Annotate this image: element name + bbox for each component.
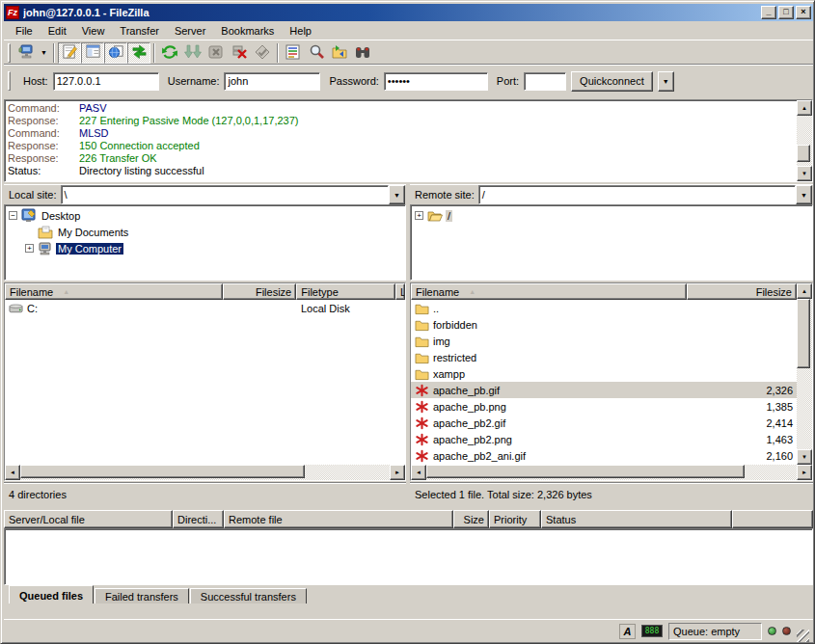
quickconnect-grip[interactable]	[8, 71, 11, 91]
file-row[interactable]: apache_pb.png 1,385	[411, 398, 797, 415]
quickconnect-dropdown-button[interactable]: ▼	[658, 71, 674, 92]
cancel-operation-button[interactable]	[204, 42, 228, 64]
remote-site-value[interactable]: /	[478, 185, 796, 204]
title-bar[interactable]: Fz john@127.0.0.1 - FileZilla _ □ ×	[4, 4, 813, 21]
file-row[interactable]: restricted	[411, 349, 797, 365]
menu-view[interactable]: View	[74, 23, 113, 39]
menu-help[interactable]: Help	[282, 23, 319, 39]
column-filetype[interactable]: Filetype	[296, 283, 395, 300]
tab-queued-files[interactable]: Queued files	[9, 585, 94, 604]
expand-icon[interactable]: +	[25, 244, 34, 253]
scroll-left-icon[interactable]: ◄	[5, 465, 20, 480]
collapse-icon[interactable]: −	[9, 211, 17, 220]
menu-server[interactable]: Server	[167, 23, 213, 39]
local-tree[interactable]: − Desktop My Documents + My Computer	[4, 204, 406, 281]
maximize-button[interactable]: □	[778, 6, 794, 19]
toggle-remote-tree-button[interactable]	[104, 42, 127, 64]
find-files-button[interactable]	[351, 42, 374, 64]
remote-site-dropdown-button[interactable]: ▼	[796, 185, 812, 204]
scrollbar-thumb[interactable]	[426, 465, 745, 478]
tree-item-my-documents[interactable]: My Documents	[5, 224, 405, 240]
local-site-dropdown-button[interactable]: ▼	[389, 185, 405, 204]
column-filesize[interactable]: Filesize	[687, 283, 797, 300]
remote-list-body[interactable]: .. forbidden img restricted	[411, 300, 797, 465]
scroll-down-icon[interactable]: ▼	[797, 449, 812, 465]
tree-item-label[interactable]: Desktop	[40, 210, 82, 222]
toolbar-grip[interactable]	[8, 43, 11, 63]
message-log-text[interactable]: Command:PASV Response:227 Entering Passi…	[5, 100, 797, 181]
minimize-button[interactable]: _	[761, 6, 776, 19]
log-vertical-scrollbar[interactable]: ▲ ▼	[797, 100, 812, 181]
transfer-type-indicator-icon[interactable]: A	[619, 624, 636, 639]
local-site-combobox[interactable]: \ ▼	[61, 185, 405, 204]
expand-icon[interactable]: +	[415, 211, 423, 220]
host-input[interactable]	[53, 72, 159, 91]
menu-transfer[interactable]: Transfer	[112, 23, 167, 39]
local-list-body[interactable]: C: Local Disk	[5, 300, 405, 465]
speed-limits-icon[interactable]: 888	[641, 625, 663, 637]
scrollbar-thumb[interactable]	[797, 299, 810, 368]
site-manager-dropdown-button[interactable]: ▼	[38, 42, 50, 64]
file-row[interactable]: apache_pb2.gif 2,414	[411, 415, 797, 431]
scroll-left-icon[interactable]: ◄	[411, 465, 426, 480]
tree-item-label[interactable]: My Documents	[56, 227, 130, 238]
tree-item-my-computer[interactable]: + My Computer	[5, 240, 405, 256]
file-row[interactable]: ..	[411, 300, 797, 316]
scroll-right-icon[interactable]: ►	[797, 465, 812, 480]
queue-body[interactable]	[4, 528, 813, 585]
close-button[interactable]: ×	[796, 6, 811, 19]
quickconnect-button[interactable]: Quickconnect	[571, 71, 653, 92]
port-input[interactable]	[524, 72, 566, 91]
directory-comparison-button[interactable]	[305, 42, 328, 64]
toggle-message-log-button[interactable]	[58, 42, 81, 64]
file-row[interactable]: apache_pb2_ani.gif 2,160	[411, 447, 797, 464]
column-status[interactable]: Status	[541, 510, 732, 528]
column-size[interactable]: Size	[453, 510, 489, 528]
directory-listing-filters-button[interactable]	[282, 42, 305, 64]
scrollbar-thumb[interactable]	[797, 145, 810, 162]
column-remote-file[interactable]: Remote file	[224, 510, 453, 528]
tab-failed-transfers[interactable]: Failed transfers	[95, 588, 189, 604]
column-direction[interactable]: Directi...	[173, 510, 224, 528]
file-row[interactable]: img	[411, 333, 797, 349]
menu-edit[interactable]: Edit	[41, 23, 74, 39]
column-last-modified[interactable]: L	[395, 283, 405, 300]
tree-item-label[interactable]: My Computer	[56, 243, 123, 255]
column-server-local-file[interactable]: Server/Local file	[4, 510, 173, 528]
password-input[interactable]	[384, 72, 488, 91]
scrollbar-thumb[interactable]	[20, 465, 305, 478]
column-priority[interactable]: Priority	[489, 510, 541, 528]
reconnect-button[interactable]	[251, 42, 274, 64]
file-row[interactable]: forbidden	[411, 316, 797, 333]
username-input[interactable]	[224, 72, 320, 91]
scroll-right-icon[interactable]: ►	[390, 465, 405, 480]
remote-site-combobox[interactable]: / ▼	[478, 185, 812, 204]
site-manager-button[interactable]	[14, 42, 38, 64]
tab-successful-transfers[interactable]: Successful transfers	[190, 588, 307, 604]
toggle-local-tree-button[interactable]	[81, 42, 104, 64]
process-queue-button[interactable]	[181, 42, 204, 64]
remote-tree[interactable]: + /	[410, 204, 813, 281]
remote-vertical-scrollbar[interactable]: ▲ ▼	[797, 283, 812, 465]
resize-grip[interactable]	[797, 630, 809, 642]
scroll-up-icon[interactable]: ▲	[797, 283, 812, 299]
menu-bookmarks[interactable]: Bookmarks	[213, 23, 282, 39]
local-site-value[interactable]: \	[61, 185, 389, 204]
refresh-button[interactable]	[158, 42, 181, 64]
scroll-down-icon[interactable]: ▼	[797, 166, 812, 181]
tree-item-label[interactable]: /	[446, 210, 452, 222]
column-filesize[interactable]: Filesize	[223, 283, 296, 300]
disconnect-button[interactable]	[228, 42, 251, 64]
column-filename[interactable]: Filename▲	[411, 283, 687, 300]
file-row-c-drive[interactable]: C: Local Disk	[5, 300, 405, 316]
tree-item-root[interactable]: + /	[411, 207, 812, 224]
synchronized-browsing-button[interactable]	[328, 42, 351, 64]
file-row-selected[interactable]: apache_pb.gif 2,326	[411, 382, 797, 398]
scroll-up-icon[interactable]: ▲	[797, 100, 812, 116]
file-row[interactable]: apache_pb2.png 1,463	[411, 431, 797, 447]
file-row[interactable]: xampp	[411, 365, 797, 382]
menu-file[interactable]: File	[8, 23, 41, 39]
column-filename[interactable]: Filename▲	[5, 283, 223, 300]
toggle-transfer-queue-button[interactable]	[127, 42, 150, 64]
local-horizontal-scrollbar[interactable]: ◄ ►	[5, 465, 405, 480]
